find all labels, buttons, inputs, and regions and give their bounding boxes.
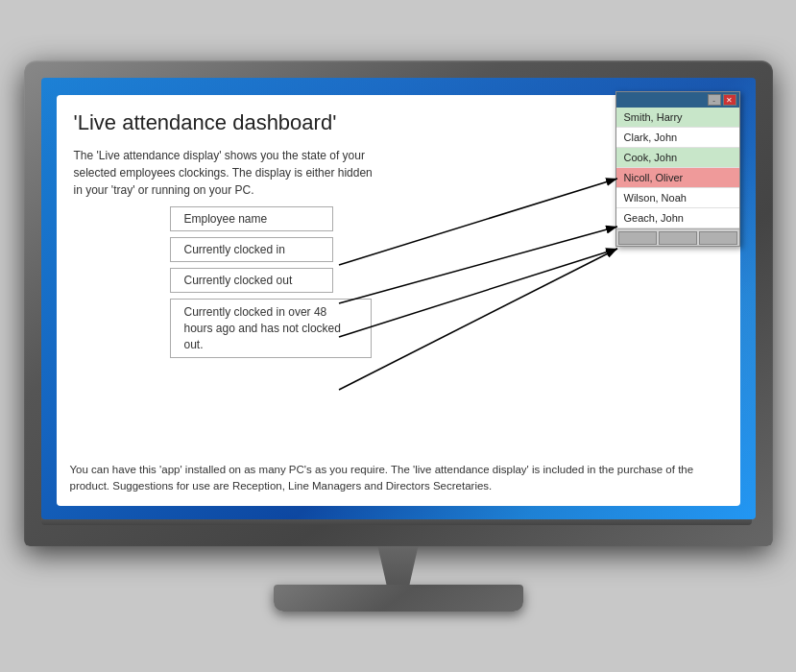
list-item: Wilson, Noah	[616, 188, 739, 208]
monitor-base	[274, 585, 523, 612]
list-item: Nicoll, Oliver	[616, 168, 739, 188]
footer-btn-1[interactable]	[618, 231, 657, 245]
footer-btn-2[interactable]	[659, 231, 697, 245]
app-window: - ✕ Smith, Harry Clark, John Cook, John …	[615, 91, 740, 247]
app-titlebar: - ✕	[616, 92, 739, 108]
monitor-wrapper: 'Live attendance dashboard' The 'Live at…	[24, 60, 773, 612]
monitor-neck	[370, 546, 427, 585]
footer-btn-3[interactable]	[699, 231, 737, 245]
list-item: Cook, John	[616, 148, 739, 168]
description-text: The 'Live attendance display' shows you …	[74, 147, 381, 199]
minimize-button[interactable]: -	[708, 94, 721, 106]
bottom-description: You can have this 'app' installed on as …	[57, 450, 740, 507]
app-footer	[616, 228, 739, 246]
monitor-bezel: 'Live attendance dashboard' The 'Live at…	[24, 60, 773, 546]
monitor-screen: 'Live attendance dashboard' The 'Live at…	[41, 78, 756, 519]
list-item: Geach, John	[616, 208, 739, 228]
legend-clocked-out-long: Currently clocked in over 48 hours ago a…	[170, 299, 372, 358]
employee-list: Smith, Harry Clark, John Cook, John Nico…	[616, 108, 739, 228]
close-button[interactable]: ✕	[723, 94, 736, 106]
list-item: Clark, John	[616, 128, 739, 148]
legend-employee-name: Employee name	[170, 206, 333, 231]
list-item: Smith, Harry	[616, 108, 739, 128]
legend-clocked-in: Currently clocked in	[170, 237, 333, 262]
legend-clocked-out: Currently clocked out	[170, 268, 333, 293]
